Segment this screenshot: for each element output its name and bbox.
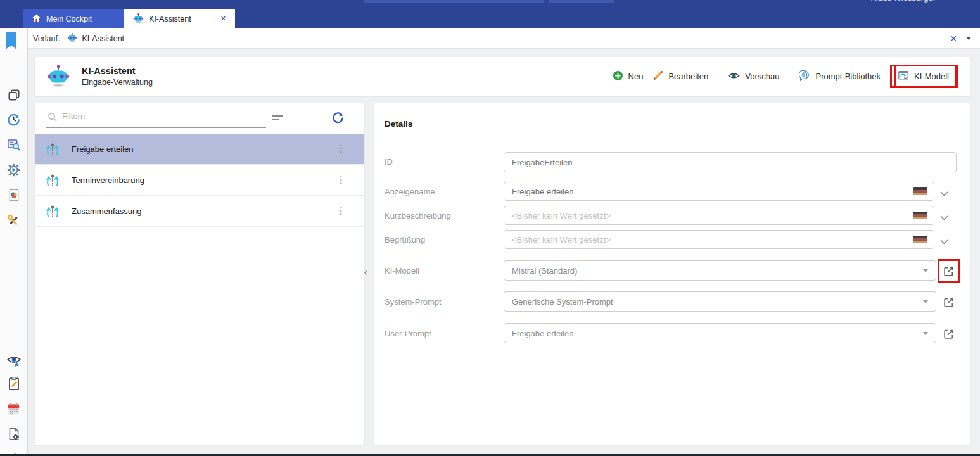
- kurzbeschreibung-field: [504, 206, 934, 225]
- bookmark-icon[interactable]: [6, 32, 16, 49]
- history-label: Verlauf:: [33, 34, 60, 43]
- top-search-remnant: [364, 0, 544, 3]
- eye-icon: [728, 71, 740, 82]
- sort-icon[interactable]: [272, 115, 283, 123]
- details-panel: Details ID Anzeigename Kurzbeschreibung …: [374, 103, 970, 445]
- gear-play-icon[interactable]: [6, 162, 22, 177]
- module-header: KI-Assistent Eingabe-Verwaltung Neu Bear…: [35, 57, 970, 96]
- kebab-menu-icon[interactable]: ⋮: [336, 174, 346, 186]
- prompt-library-icon: [799, 70, 810, 83]
- field-label-begruessung: Begrüßung: [385, 235, 425, 244]
- tab-label: Mein Cockpit: [46, 15, 92, 23]
- refresh-icon[interactable]: [331, 111, 345, 127]
- annotation-red-box-toolbar: [894, 65, 958, 88]
- history-item-ki-assistent[interactable]: KI-Assistent: [67, 32, 124, 44]
- input-flow-icon: [44, 141, 61, 160]
- begruessung-input[interactable]: [504, 235, 913, 244]
- chevron-down-icon[interactable]: [966, 37, 971, 40]
- preview-star-icon[interactable]: [6, 353, 22, 369]
- input-flow-icon: [44, 172, 61, 191]
- tab-ki-assistent[interactable]: KI-Assistent ✕: [124, 9, 235, 28]
- filter-underline: [46, 127, 266, 128]
- chevron-down-icon[interactable]: [940, 187, 949, 199]
- plus-circle-icon: [613, 70, 623, 83]
- page-title: KI-Assistent: [82, 66, 153, 76]
- search-icon: [48, 112, 58, 125]
- history-close-icon[interactable]: ✕: [950, 34, 957, 44]
- entries-list: Freigabe erteilen ⋮ Terminvereinbarung ⋮…: [35, 134, 364, 227]
- german-flag-icon: [913, 212, 927, 220]
- list-item-terminvereinbarung[interactable]: Terminvereinbarung ⋮: [35, 165, 364, 196]
- bearbeiten-button[interactable]: Bearbeiten: [652, 70, 708, 83]
- system-prompt-select[interactable]: Generische System-Prompt: [504, 291, 936, 312]
- field-label-kurzbeschreibung: Kurzbeschreibung: [385, 211, 451, 220]
- collapse-panel-chevron[interactable]: ‹: [364, 267, 367, 278]
- list-item-label: Freigabe erteilen: [72, 144, 134, 154]
- chevron-down-icon: [923, 269, 928, 272]
- list-item-label: Terminvereinbarung: [72, 175, 144, 185]
- page-subtitle: Eingabe-Verwaltung: [82, 78, 153, 87]
- left-rail: [0, 28, 28, 454]
- data-search-icon[interactable]: [6, 137, 22, 152]
- german-flag-icon: [913, 236, 927, 244]
- kebab-menu-icon[interactable]: ⋮: [336, 205, 346, 217]
- anzeigename-input[interactable]: [504, 187, 913, 196]
- kebab-menu-icon[interactable]: ⋮: [336, 143, 346, 155]
- tools-icon[interactable]: [6, 213, 22, 228]
- field-label-id: ID: [385, 157, 393, 167]
- history-bar: Verlauf: KI-Assistent ✕: [28, 28, 980, 49]
- filter-row: [35, 103, 364, 134]
- details-title: Details: [385, 119, 412, 129]
- neu-button[interactable]: Neu: [613, 70, 644, 83]
- open-system-prompt-icon[interactable]: [943, 296, 955, 311]
- filter-input[interactable]: [62, 111, 252, 121]
- tab-bar: Mein Cockpit KI-Assistent ✕: [23, 9, 235, 28]
- entries-list-panel: Freigabe erteilen ⋮ Terminvereinbarung ⋮…: [35, 103, 364, 445]
- field-label-ki-modell: KI-Modell: [385, 266, 419, 276]
- robot-icon: [67, 32, 77, 44]
- user-name-clipped: Klaus Wiesbürger: [870, 0, 936, 4]
- toolbar-separator: [789, 69, 789, 84]
- chevron-down-icon: [923, 332, 928, 335]
- chevron-down-icon: [923, 300, 928, 303]
- history-icon[interactable]: [6, 111, 22, 127]
- tab-close-icon[interactable]: ✕: [220, 15, 226, 23]
- input-flow-icon: [44, 203, 61, 222]
- prompt-bibliothek-button[interactable]: Prompt-Bibliothek: [799, 70, 881, 83]
- field-label-anzeigename: Anzeigename: [385, 187, 435, 196]
- user-prompt-select[interactable]: Freigabe erteilen: [504, 323, 936, 343]
- home-icon: [32, 13, 41, 25]
- open-user-prompt-icon[interactable]: [943, 328, 955, 343]
- ki-modell-select[interactable]: Mistral (Standard): [504, 260, 936, 281]
- anzeigename-field: [504, 182, 934, 201]
- german-flag-icon: [913, 187, 927, 196]
- list-item-zusammenfassung[interactable]: Zusammenfassung ⋮: [35, 196, 364, 227]
- pages-icon[interactable]: [6, 87, 22, 103]
- robot-icon: [133, 13, 144, 25]
- annotation-red-box-field: [938, 259, 960, 283]
- kurzbeschreibung-input[interactable]: [504, 211, 913, 220]
- list-item-label: Zusammenfassung: [72, 206, 142, 216]
- field-label-system-prompt: System-Prompt: [385, 297, 442, 307]
- page-settings-icon[interactable]: [6, 426, 22, 441]
- chevron-down-icon[interactable]: [940, 236, 949, 247]
- edit-form-icon[interactable]: [6, 376, 22, 391]
- calendar-icon[interactable]: [6, 401, 22, 416]
- id-field: [504, 152, 957, 172]
- top-bar: Klaus Wiesbürger Mein Cockpit KI-Assiste…: [0, 0, 980, 28]
- list-item-freigabe-erteilen[interactable]: Freigabe erteilen ⋮: [35, 134, 364, 165]
- id-input[interactable]: [504, 158, 956, 167]
- report-icon[interactable]: [6, 187, 22, 203]
- history-item-label: KI-Assistent: [82, 34, 124, 43]
- chevron-down-icon[interactable]: [940, 212, 949, 223]
- robot-icon: [46, 63, 70, 90]
- begruessung-field: [504, 230, 934, 249]
- vorschau-button[interactable]: Vorschau: [728, 71, 779, 82]
- pencil-icon: [652, 70, 663, 83]
- tab-mein-cockpit[interactable]: Mein Cockpit: [23, 9, 124, 28]
- toolbar-separator: [718, 69, 718, 84]
- top-button-remnant: [549, 0, 614, 3]
- field-label-user-prompt: User-Prompt: [385, 329, 431, 338]
- tab-label: KI-Assistent: [149, 15, 191, 23]
